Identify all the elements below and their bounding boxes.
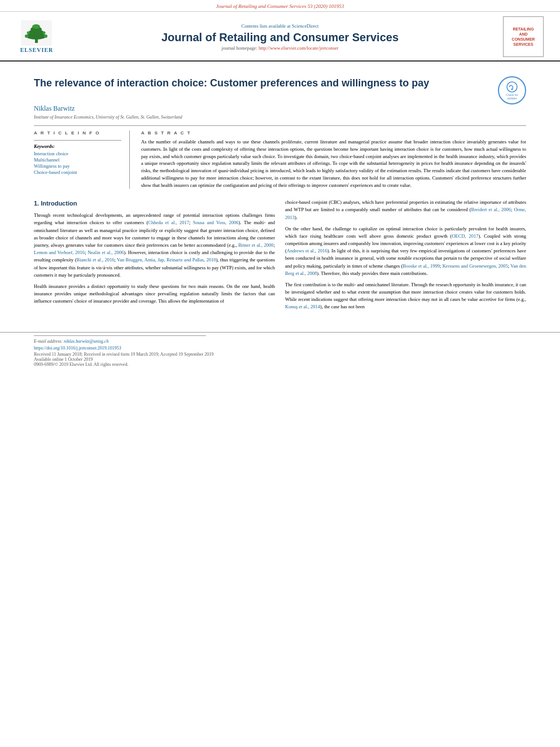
title-divider [34,125,526,126]
right-body-col: choice-based conjoint (CBC) analyses, wh… [285,199,526,314]
elsevier-logo-left: ELSEVIER [11,20,62,53]
left-body-col: 1. Introduction Through recent technolog… [34,199,275,314]
received-line: Received 11 January 2018; Received in re… [34,352,526,357]
cite-nealin[interactable]: Nealin et al., 2006 [88,250,124,255]
svg-point-10 [507,82,517,92]
keywords-label: Keywords: [34,143,121,149]
title-col: The relevance of interaction choice: Cus… [34,76,492,95]
elsevier-brand-text: ELSEVIER [20,47,54,53]
cite-andrews[interactable]: Andrews et al., 2016 [287,248,327,254]
cite-konus[interactable]: Konuş et al., 2014 [285,304,320,309]
author-name: Niklas Barwitz [34,104,526,113]
right-para-2: On the other hand, the challenge to capi… [285,225,526,277]
journal-homepage: journal homepage: http://www.elsevier.co… [68,45,492,51]
cite-vanbruggen[interactable]: Van Bruggen, Antia, Jap, Reinartz and Pa… [117,257,216,263]
title-row: The relevance of interaction choice: Cus… [34,76,526,104]
top-journal-text: Journal of Retailing and Consumer Servic… [216,3,344,9]
keyword-willingness-to-pay[interactable]: Willingness to pay [34,163,121,169]
header-area: ELSEVIER Contents lists available at Sci… [0,12,560,62]
svg-point-9 [43,32,46,34]
article-info-abstract: A R T I C L E I N F O Keywords: Interact… [34,130,526,189]
journal-title: Journal of Retailing and Consumer Servic… [68,31,492,44]
info-divider [34,140,121,141]
page: Journal of Retailing and Consumer Servic… [0,0,560,747]
abstract-text: As the number of available channels and … [141,138,526,189]
homepage-url[interactable]: http://www.elsevier.com/locate/jretconse… [259,45,339,51]
header-center: Contents lists available at ScienceDirec… [62,23,498,51]
intro-para-1: Through recent technological development… [34,212,275,279]
body-columns: 1. Introduction Through recent technolog… [34,199,526,314]
cite-chheda[interactable]: Chheda et al., 2017 [148,220,189,225]
rcs-logo-right: RETAILINGANDCONSUMERSERVICES [498,16,549,57]
keywords-list: Interaction choice Multichannel Willingn… [34,151,121,175]
abstract-col: A B S T R A C T As the number of availab… [141,130,526,189]
article-title: The relevance of interaction choice: Cus… [34,76,492,90]
rcs-logo-text: RETAILINGANDCONSUMERSERVICES [512,27,535,47]
check-for-updates-badge: Check forupdates [498,76,526,104]
intro-heading: 1. Introduction [34,199,275,208]
affiliation: Institute of Insurance Economics, Univer… [34,115,526,120]
cite-kerssens[interactable]: Kerssens and Groenewegen, 2005 [443,263,508,269]
rights-line: 0969-6989/© 2019 Elsevier Ltd. All right… [34,362,526,367]
right-para-3: The first contribution is to the multi- … [285,281,526,311]
cite-bitner[interactable]: Bitner et al., 2000 [238,242,274,248]
contents-label: Contents lists available at [242,23,291,29]
article-info-label: A R T I C L E I N F O [34,130,121,136]
email-line: E-mail address: niklas.barwitz@unisg.ch [34,339,526,344]
sciencedirect-line: Contents lists available at ScienceDirec… [68,23,492,29]
svg-point-8 [27,32,30,34]
main-content: The relevance of interaction choice: Cus… [0,62,560,321]
available-line: Available online 1 October 2019 [34,357,526,362]
right-para-1: choice-based conjoint (CBC) analyses, wh… [285,199,526,221]
keyword-multichannel[interactable]: Multichannel [34,157,121,163]
rcs-logo-box: RETAILINGANDCONSUMERSERVICES [503,16,544,57]
cite-breidert[interactable]: Breidert et al., 2006 [471,207,511,212]
keyword-choice-based-conjoint[interactable]: Choice-based conjoint [34,169,121,175]
intro-para-2: Health insurance provides a distinct opp… [34,283,275,305]
elsevier-logo: ELSEVIER [20,20,54,53]
check-for-updates-icon [506,81,518,93]
cite-bianchi[interactable]: Bianchi et al., 2016 [77,257,115,263]
svg-point-6 [25,34,28,38]
article-info-col: A R T I C L E I N F O Keywords: Interact… [34,130,130,189]
footer-section: E-mail address: niklas.barwitz@unisg.ch … [0,332,560,367]
cite-lemon[interactable]: Lemon and Verhoef, 2016 [34,250,85,255]
article-title-section: The relevance of interaction choice: Cus… [34,76,526,120]
sciencedirect-link-text[interactable]: ScienceDirect [292,23,319,29]
email-value[interactable]: niklas.barwitz@unisg.ch [64,339,108,344]
doi-line[interactable]: https://doi.org/10.1016/j.jretconser.201… [34,346,526,351]
check-for-updates-label: Check forupdates [506,93,518,100]
abstract-label: A B S T R A C T [141,130,526,136]
keyword-interaction-choice[interactable]: Interaction choice [34,151,121,156]
svg-point-11 [511,88,513,90]
homepage-label: journal homepage: [221,45,257,51]
svg-point-7 [44,34,47,38]
cite-sousa[interactable]: Sousa and Voss, 2006 [193,220,239,225]
top-journal-bar: Journal of Retailing and Consumer Servic… [0,0,560,12]
footer-divider [34,335,206,336]
svg-point-5 [32,24,40,29]
email-label: E-mail address: [34,339,63,344]
elsevier-tree-icon [21,20,52,46]
cite-booske[interactable]: Booske et al., 1999 [403,263,440,269]
cite-oecd[interactable]: OECD, 2017 [452,233,478,239]
